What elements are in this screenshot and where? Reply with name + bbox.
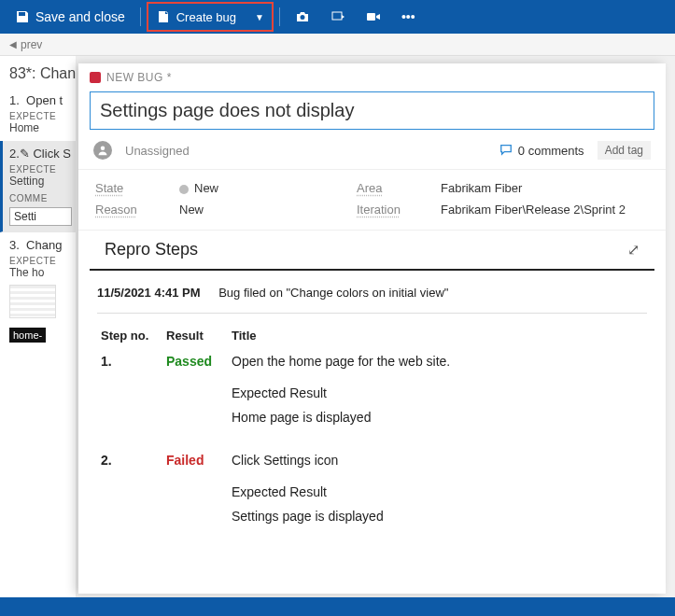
save-icon bbox=[15, 9, 30, 24]
filed-timestamp: 11/5/2021 4:41 PM bbox=[97, 286, 201, 300]
col-result: Result bbox=[162, 323, 228, 348]
col-stepno: Step no. bbox=[97, 323, 162, 348]
camera-icon bbox=[295, 9, 310, 24]
bottom-bar bbox=[0, 597, 675, 616]
ellipsis-icon: ••• bbox=[401, 9, 415, 24]
svg-point-2 bbox=[101, 147, 105, 151]
video-icon bbox=[366, 9, 381, 24]
screenshot-thumb[interactable] bbox=[9, 285, 56, 318]
area-label: Area bbox=[357, 181, 422, 195]
area-value[interactable]: Fabrikam Fiber bbox=[441, 181, 649, 195]
col-title: Title bbox=[228, 323, 647, 348]
iteration-label: Iteration bbox=[357, 203, 422, 217]
comment-icon bbox=[499, 143, 513, 159]
panel-header-text: NEW BUG * bbox=[106, 71, 172, 84]
record-button[interactable] bbox=[357, 4, 390, 30]
toolbar-divider bbox=[279, 7, 280, 26]
comment-input[interactable]: Setti bbox=[9, 207, 72, 226]
test-case-title: 83*: Chang bbox=[0, 56, 76, 88]
state-value[interactable]: New bbox=[179, 181, 338, 195]
filed-text: Bug filed on "Change colors on initial v… bbox=[218, 286, 448, 300]
result-failed: Failed bbox=[166, 453, 204, 468]
svg-rect-0 bbox=[332, 12, 342, 20]
expand-icon[interactable]: ⤢ bbox=[627, 241, 640, 259]
repro-steps-table: Step no. Result Title 1. Passed Open the… bbox=[97, 323, 647, 546]
new-bug-panel: NEW BUG * Unassigned 0 comments Add tag … bbox=[78, 63, 666, 594]
sidebar-step-1[interactable]: 1. Open t EXPECTE Home bbox=[0, 88, 76, 141]
capture-icon bbox=[330, 9, 345, 24]
screenshot-button[interactable] bbox=[286, 4, 319, 30]
bug-title-input[interactable] bbox=[90, 91, 654, 130]
state-label: State bbox=[95, 181, 161, 195]
nav-subbar: ◀ prev bbox=[0, 34, 675, 56]
reason-label: Reason bbox=[95, 203, 161, 217]
toolbar-divider bbox=[140, 7, 141, 26]
table-row: 1. Passed Open the home page for the web… bbox=[97, 348, 647, 447]
save-close-button[interactable]: Save and close bbox=[6, 4, 134, 30]
comments-link[interactable]: 0 comments bbox=[499, 143, 584, 159]
capture-action-button[interactable] bbox=[321, 4, 355, 30]
test-steps-sidebar: 83*: Chang 1. Open t EXPECTE Home 2.✎ Cl… bbox=[0, 56, 77, 597]
add-tag-button[interactable]: Add tag bbox=[598, 141, 651, 160]
reason-value[interactable]: New bbox=[179, 203, 338, 217]
state-dot-icon bbox=[179, 185, 189, 194]
bug-icon bbox=[90, 72, 101, 83]
assignee-label[interactable]: Unassigned bbox=[125, 144, 190, 158]
chevron-down-icon: ▼ bbox=[255, 12, 264, 22]
chevron-left-icon: ◀ bbox=[9, 39, 17, 49]
save-close-label: Save and close bbox=[35, 9, 125, 24]
create-bug-label: Create bug bbox=[176, 10, 236, 24]
top-toolbar: Save and close Create bug ▼ ••• bbox=[0, 0, 675, 34]
repro-steps-heading: Repro Steps bbox=[105, 240, 198, 259]
repro-body: 11/5/2021 4:41 PM Bug filed on "Change c… bbox=[78, 271, 666, 594]
sidebar-step-2[interactable]: 2.✎ Click S EXPECTE Setting COMME Setti bbox=[0, 141, 76, 232]
more-button[interactable]: ••• bbox=[392, 4, 425, 30]
screenshot-thumb-dark[interactable]: home- bbox=[9, 328, 46, 343]
prev-link[interactable]: prev bbox=[21, 38, 42, 51]
new-bug-icon bbox=[156, 9, 171, 24]
sidebar-step-3[interactable]: 3. Chang EXPECTE The ho home- bbox=[0, 232, 76, 349]
create-bug-button[interactable]: Create bug ▼ bbox=[147, 2, 274, 32]
table-row: 2. Failed Click Settings icon Expected R… bbox=[97, 447, 647, 546]
iteration-value[interactable]: Fabrikam Fiber\Release 2\Sprint 2 bbox=[441, 203, 649, 217]
assignee-avatar-icon[interactable] bbox=[93, 141, 112, 160]
bug-fields: State New Area Fabrikam Fiber Reason New… bbox=[78, 170, 666, 231]
svg-rect-1 bbox=[367, 13, 375, 21]
result-passed: Passed bbox=[166, 354, 212, 369]
